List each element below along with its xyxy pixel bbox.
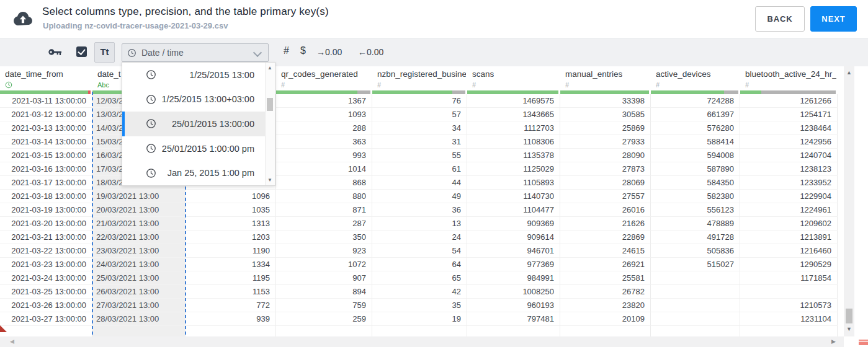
table-cell[interactable]: 350 — [276, 231, 372, 244]
format-option[interactable]: 1/25/2015 13:00 — [122, 63, 275, 87]
table-cell[interactable]: 2021-03-19 13:00:00 — [0, 203, 92, 217]
table-cell[interactable]: 65 — [372, 271, 467, 285]
table-cell[interactable]: 880 — [276, 190, 372, 203]
table-cell[interactable]: 27873 — [560, 162, 651, 176]
table-cell[interactable] — [651, 299, 740, 312]
table-cell[interactable]: 1112703 — [467, 121, 560, 135]
table-cell[interactable]: 19/03/2021 13:00 — [92, 190, 186, 203]
table-cell[interactable]: 2021-03-13 13:00:00 — [0, 121, 92, 135]
table-cell[interactable]: 588414 — [651, 135, 740, 149]
table-cell[interactable]: 55 — [372, 149, 467, 162]
table-cell[interactable]: 1313 — [186, 217, 276, 231]
table-cell[interactable]: 1242956 — [740, 135, 838, 149]
table-cell[interactable] — [651, 285, 740, 299]
add-decimal-button[interactable]: →0.00 — [316, 47, 342, 57]
table-cell[interactable]: 13 — [372, 217, 467, 231]
vertical-scrollbar-thumb[interactable] — [846, 309, 852, 323]
horizontal-scrollbar[interactable]: ◀ ▶ — [0, 336, 844, 347]
table-cell[interactable]: 22/03/2021 13:00 — [92, 231, 186, 244]
table-cell[interactable]: 1238123 — [740, 162, 838, 176]
currency-type-button[interactable]: $ — [300, 45, 306, 56]
table-cell[interactable]: 23/03/2021 13:00 — [92, 244, 186, 258]
table-cell[interactable]: 909614 — [467, 231, 560, 244]
table-cell[interactable]: 2021-03-24 13:00:00 — [0, 271, 92, 285]
table-cell[interactable]: 587890 — [651, 162, 740, 176]
text-type-button[interactable]: Tt — [94, 42, 115, 63]
table-cell[interactable]: 28/03/2021 13:00 — [92, 312, 186, 326]
table-cell[interactable]: 2021-03-20 13:00:00 — [0, 217, 92, 231]
table-cell[interactable]: 2021-03-22 13:00:00 — [0, 244, 92, 258]
table-cell[interactable]: 36 — [372, 203, 467, 217]
table-cell[interactable]: 1014 — [276, 162, 372, 176]
table-cell[interactable]: 20109 — [560, 312, 651, 326]
table-cell[interactable]: 2021-03-12 13:00:00 — [0, 108, 92, 121]
table-cell[interactable]: 2021-03-25 13:00:00 — [0, 285, 92, 299]
table-cell[interactable]: 1261266 — [740, 94, 838, 108]
table-cell[interactable]: 64 — [372, 258, 467, 271]
table-cell[interactable]: 505836 — [651, 244, 740, 258]
table-cell[interactable]: 26782 — [560, 285, 651, 299]
column-header[interactable]: nzbn_registered_busine# — [372, 66, 467, 94]
table-cell[interactable]: 515027 — [651, 258, 740, 271]
table-cell[interactable]: 960193 — [467, 299, 560, 312]
remove-decimal-button[interactable]: ←0.00 — [358, 47, 383, 57]
table-cell[interactable]: 984991 — [467, 271, 560, 285]
table-cell[interactable]: 1290529 — [740, 258, 838, 271]
table-cell[interactable]: 923 — [276, 244, 372, 258]
format-option[interactable]: 1/25/2015 13:00+03:00 — [122, 87, 275, 112]
table-cell[interactable]: 27/03/2021 13:00 — [92, 299, 186, 312]
back-button[interactable]: BACK — [755, 6, 805, 32]
format-option[interactable]: Jan 25, 2015 1:00 pm — [122, 160, 275, 185]
table-cell[interactable]: 894 — [276, 285, 372, 299]
table-cell[interactable]: 1231104 — [740, 312, 838, 326]
table-cell[interactable]: 30585 — [560, 108, 651, 121]
table-cell[interactable]: 584350 — [651, 176, 740, 190]
table-cell[interactable]: 1229904 — [740, 190, 838, 203]
table-cell[interactable]: 2021-03-17 13:00:00 — [0, 176, 92, 190]
table-cell[interactable]: 759 — [276, 299, 372, 312]
table-cell[interactable]: 288 — [276, 121, 372, 135]
vertical-scrollbar[interactable]: ▲ ▼ — [844, 66, 854, 336]
table-cell[interactable]: 661397 — [651, 108, 740, 121]
table-cell[interactable]: 1203 — [186, 231, 276, 244]
table-cell[interactable]: 946701 — [467, 244, 560, 258]
table-cell[interactable]: 1140730 — [467, 190, 560, 203]
table-cell[interactable]: 576280 — [651, 121, 740, 135]
column-header[interactable]: bluetooth_active_24_hr_# — [740, 66, 838, 94]
table-cell[interactable]: 24615 — [560, 244, 651, 258]
table-cell[interactable]: 26016 — [560, 203, 651, 217]
next-button[interactable]: NEXT — [810, 6, 857, 32]
table-cell[interactable]: 1135378 — [467, 149, 560, 162]
table-cell[interactable]: 1195 — [186, 271, 276, 285]
table-cell[interactable]: 594008 — [651, 149, 740, 162]
table-cell[interactable]: 1104477 — [467, 203, 560, 217]
table-cell[interactable]: 57 — [372, 108, 467, 121]
table-cell[interactable]: 1105893 — [467, 176, 560, 190]
table-cell[interactable]: 1367 — [276, 94, 372, 108]
table-cell[interactable]: 22869 — [560, 231, 651, 244]
table-cell[interactable]: 35 — [372, 299, 467, 312]
table-cell[interactable]: 1210573 — [740, 299, 838, 312]
table-cell[interactable]: 26/03/2021 13:00 — [92, 285, 186, 299]
table-cell[interactable]: 1469575 — [467, 94, 560, 108]
table-cell[interactable]: 2021-03-27 13:00:00 — [0, 312, 92, 326]
number-type-button[interactable]: # — [284, 45, 289, 56]
table-cell[interactable]: 1334 — [186, 258, 276, 271]
table-cell[interactable]: 797481 — [467, 312, 560, 326]
table-cell[interactable]: 25/03/2021 13:00 — [92, 271, 186, 285]
table-cell[interactable] — [651, 271, 740, 285]
dropdown-scrollbar[interactable]: ▲ ▼ — [265, 63, 275, 185]
table-cell[interactable] — [740, 285, 838, 299]
table-cell[interactable]: 24/03/2021 13:00 — [92, 258, 186, 271]
table-cell[interactable]: 909369 — [467, 217, 560, 231]
table-cell[interactable]: 76 — [372, 94, 467, 108]
table-cell[interactable]: 478889 — [651, 217, 740, 231]
table-cell[interactable]: 1209602 — [740, 217, 838, 231]
table-cell[interactable]: 2021-03-11 13:00:00 — [0, 94, 92, 108]
table-cell[interactable]: 287 — [276, 217, 372, 231]
table-cell[interactable]: 1254171 — [740, 108, 838, 121]
table-cell[interactable]: 1096 — [186, 190, 276, 203]
table-cell[interactable]: 582380 — [651, 190, 740, 203]
scroll-left-arrow-icon[interactable]: ◀ — [10, 338, 14, 345]
table-cell[interactable]: 23820 — [560, 299, 651, 312]
